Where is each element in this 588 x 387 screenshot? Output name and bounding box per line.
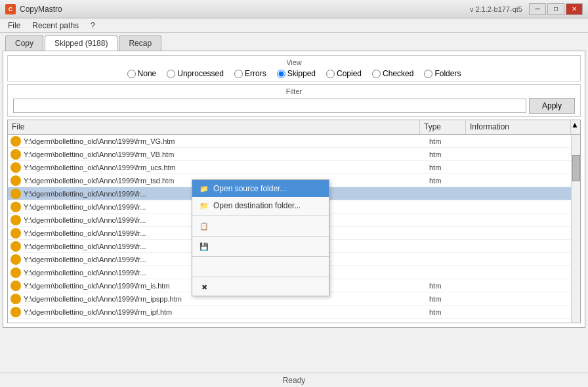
file-name: Y:\dgerm\bollettino_old\Anno\1999\frm_VB…	[24, 150, 429, 158]
filter-section: Filter Apply	[7, 84, 581, 117]
view-radio-group: None Unprocessed Errors Skipped Copied C…	[13, 69, 575, 78]
status-text: Ready	[283, 376, 306, 385]
file-icon	[10, 267, 21, 278]
status-bar: Ready	[0, 373, 588, 387]
maximize-button[interactable]: □	[547, 3, 564, 15]
app-icon: C	[5, 4, 16, 14]
radio-none[interactable]: None	[127, 69, 157, 78]
ctx-show-filenames[interactable]	[192, 258, 329, 275]
ctx-open-source-folder[interactable]: 📁 Open source folder...	[192, 180, 329, 197]
context-menu: 📁 Open source folder... 📁 Open destinati…	[192, 179, 329, 296]
menu-file[interactable]: File	[3, 20, 26, 32]
menu-bar: File Recent paths ?	[0, 18, 588, 33]
file-icon	[10, 149, 21, 160]
file-icon	[10, 228, 21, 239]
file-icon	[10, 254, 21, 265]
file-icon	[10, 294, 21, 304]
view-section: View None Unprocessed Errors Skipped Cop…	[7, 55, 581, 81]
empty-icon	[199, 262, 209, 272]
folder-icon: 📁	[199, 183, 209, 194]
menu-recent-paths[interactable]: Recent paths	[27, 20, 84, 32]
ctx-add-to-task[interactable]: 📋	[192, 217, 329, 235]
file-name: Y:\dgerm\bollettino_old\Anno\1999\frm_uc…	[24, 164, 429, 171]
ctx-divider	[192, 256, 329, 257]
minimize-button[interactable]: ─	[529, 3, 546, 15]
col-header-type: Type	[420, 120, 466, 134]
file-type: htm	[429, 150, 475, 158]
file-name: Y:\dgerm\bollettino_old\Anno\1999\frm_VG…	[24, 137, 429, 145]
file-type: htm	[429, 177, 475, 185]
ctx-export-all[interactable]: 💾	[192, 238, 329, 255]
file-type: htm	[429, 282, 475, 290]
table-row[interactable]: Y:\dgerm\bollettino_old\Anno\1999\frm_ip…	[8, 306, 580, 319]
title-bar-right: v 2.1.2-b177-qt5 ─ □ ✕	[470, 3, 583, 15]
sort-indicator: ▲	[571, 120, 580, 134]
file-icon	[10, 241, 21, 252]
scrollbar-track[interactable]	[571, 135, 580, 323]
filter-row: Apply	[13, 98, 575, 114]
file-type: htm	[429, 137, 475, 145]
file-icon	[10, 202, 21, 212]
file-icon	[10, 307, 21, 317]
close-button[interactable]: ✕	[566, 3, 583, 15]
file-icon	[10, 136, 21, 147]
view-label: View	[13, 58, 575, 66]
col-header-file: File	[8, 120, 420, 134]
window-title: CopyMastro	[20, 5, 62, 14]
title-bar-left: C CopyMastro	[5, 4, 62, 14]
ctx-close-menu[interactable]: ✖	[192, 279, 329, 296]
radio-unprocessed[interactable]: Unprocessed	[167, 69, 224, 78]
apply-button[interactable]: Apply	[529, 98, 575, 114]
version-text: v 2.1.2-b177-qt5	[470, 5, 522, 13]
ctx-divider	[192, 277, 329, 277]
filter-input[interactable]	[13, 99, 526, 113]
file-icon	[10, 162, 21, 173]
radio-folders[interactable]: Folders	[424, 69, 461, 78]
title-bar: C CopyMastro v 2.1.2-b177-qt5 ─ □ ✕	[0, 0, 588, 18]
file-list-container: File Type Information ▲ Y:\dgerm\bollett…	[7, 120, 581, 323]
file-type: htm	[429, 308, 475, 316]
tab-skipped[interactable]: Skipped (9188)	[45, 35, 117, 51]
file-icon	[10, 175, 21, 186]
radio-copied[interactable]: Copied	[326, 69, 362, 78]
file-name: Y:\dgerm\bollettino_old\Anno\1999\frm_ip…	[24, 308, 429, 316]
folder-icon: 📁	[199, 200, 209, 211]
export-icon: 💾	[199, 241, 209, 252]
radio-errors[interactable]: Errors	[234, 69, 266, 78]
file-type: htm	[429, 164, 475, 171]
table-row[interactable]: Y:\dgerm\bollettino_old\Anno\1999\frm_VB…	[8, 148, 580, 161]
file-icon	[10, 215, 21, 225]
table-row[interactable]: Y:\dgerm\bollettino_old\Anno\1999\frm_uc…	[8, 161, 580, 174]
tab-bar: Copy Skipped (9188) Recap	[0, 33, 588, 51]
main-panel: View None Unprocessed Errors Skipped Cop…	[3, 51, 585, 328]
menu-help[interactable]: ?	[85, 20, 100, 32]
filter-label: Filter	[13, 87, 575, 95]
file-icon	[10, 281, 21, 291]
col-header-info: Information	[466, 120, 571, 134]
task-icon: 📋	[199, 221, 209, 231]
tab-copy[interactable]: Copy	[5, 35, 43, 51]
file-type: htm	[429, 295, 475, 303]
file-list-header: File Type Information ▲	[8, 120, 580, 135]
file-icon	[10, 189, 21, 199]
scrollbar-thumb[interactable]	[572, 155, 580, 181]
radio-checked[interactable]: Checked	[372, 69, 413, 78]
close-icon: ✖	[199, 282, 209, 292]
ctx-open-dest-folder[interactable]: 📁 Open destination folder...	[192, 197, 329, 214]
ctx-divider	[192, 216, 329, 216]
table-row[interactable]: Y:\dgerm\bollettino_old\Anno\1999\frm_VG…	[8, 135, 580, 148]
tab-recap[interactable]: Recap	[119, 35, 161, 51]
radio-skipped[interactable]: Skipped	[277, 69, 316, 78]
ctx-divider	[192, 236, 329, 237]
